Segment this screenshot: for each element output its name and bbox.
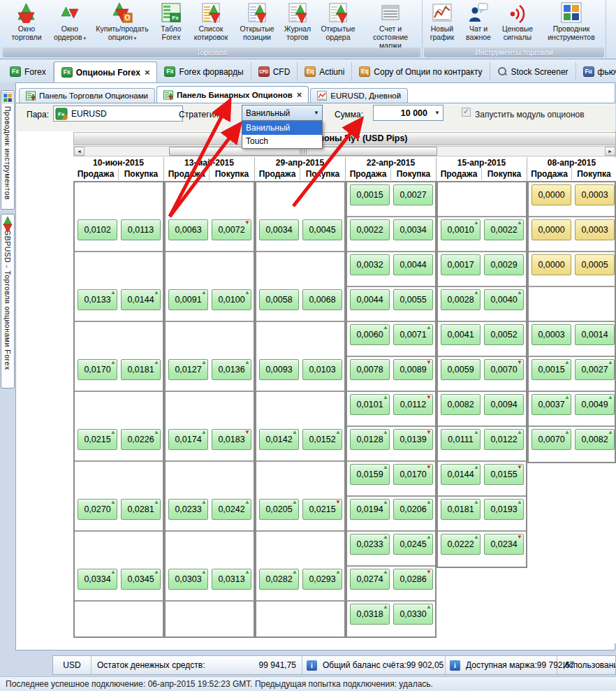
buy-quote-button[interactable]: 0,0215▼ [302, 499, 342, 520]
buy-quote-button[interactable]: 0,0055 [393, 289, 433, 310]
sell-quote-button[interactable]: 0,0003 [531, 324, 571, 345]
buy-quote-button[interactable]: 0,0281▲ [121, 499, 161, 520]
chevron-down-icon[interactable]: ▼ [432, 110, 443, 116]
sell-quote-button[interactable]: 0,0000 [531, 219, 571, 240]
sell-quote-button[interactable]: 0,0000 [531, 254, 571, 275]
sell-quote-button[interactable]: 0,0282▲ [259, 569, 299, 590]
sell-quote-button[interactable]: 0,0041 [441, 324, 481, 345]
buy-quote-button[interactable]: 0,0045 [302, 219, 342, 240]
sidebar-tab-gbpusd-options[interactable]: GBPUSD - Торговля опционами Forex [1, 214, 15, 388]
ribbon-button-instruments-explorer[interactable]: Проводник инструментов [539, 1, 603, 46]
sell-quote-button[interactable]: 0,0028▲ [441, 289, 481, 310]
buy-quote-button[interactable]: 0,0181▲ [121, 359, 161, 380]
buy-quote-button[interactable]: 0,0345▲ [121, 569, 161, 590]
sell-quote-button[interactable]: 0,0303▲ [168, 569, 208, 590]
scroll-right-icon[interactable]: ► [605, 147, 615, 156]
buy-quote-button[interactable]: 0,0049▲ [575, 394, 615, 415]
sell-quote-button[interactable]: 0,0170▲ [78, 359, 117, 380]
strategy-dropdown[interactable]: Ванильный ▼ [242, 105, 323, 121]
sell-quote-button[interactable]: 0,0010▲ [441, 219, 481, 240]
buy-quote-button[interactable]: 0,0136▲ [212, 359, 251, 380]
buy-quote-button[interactable]: 0,0183▼ [212, 429, 251, 450]
sell-quote-button[interactable]: 0,0017 [441, 254, 481, 275]
sell-quote-button[interactable]: 0,0000 [531, 184, 571, 205]
sell-quote-button[interactable]: 0,0215▲ [78, 429, 117, 450]
pair-input[interactable]: Fx EURUSD [53, 106, 183, 122]
sell-quote-button[interactable]: 0,0133▲ [78, 289, 117, 310]
workspace-tab-stock-screener[interactable]: Stock Screener [490, 62, 576, 81]
sell-quote-button[interactable]: 0,0070▲ [531, 429, 571, 450]
sell-quote-button[interactable]: 0,0128▲ [350, 429, 390, 450]
sell-quote-button[interactable]: 0,0142▲ [259, 429, 299, 450]
sell-quote-button[interactable]: 0,0159▲ [350, 464, 390, 485]
info-icon[interactable]: i [307, 660, 317, 671]
chevron-down-icon[interactable]: ▼ [311, 110, 322, 116]
ribbon-button-price-signals[interactable]: Ценовые сигналы [497, 1, 538, 46]
buy-quote-button[interactable]: 0,0242▲ [212, 499, 251, 520]
sell-quote-button[interactable]: 0,0022 [350, 219, 390, 240]
sell-quote-button[interactable]: 0,0102 [78, 219, 117, 240]
sell-quote-button[interactable]: 0,0058 [259, 289, 299, 310]
buy-quote-button[interactable]: 0,0234▼ [484, 534, 524, 555]
buy-quote-button[interactable]: 0,0094 [484, 394, 524, 415]
sell-quote-button[interactable]: 0,0082 [441, 394, 481, 415]
ribbon-button-forex-board[interactable]: FxТабло Forex [156, 1, 186, 46]
panel-tab-eurusd-daily-chart[interactable]: EURUSD, Дневной [310, 88, 408, 103]
buy-quote-button[interactable]: 0,0044 [393, 254, 433, 275]
workspace-tab-actiuni[interactable]: EqActiuni [298, 62, 352, 81]
sell-quote-button[interactable]: 0,0060▲ [350, 324, 390, 345]
buy-quote-button[interactable]: 0,0330▲ [393, 604, 433, 625]
buy-quote-button[interactable]: 0,0052 [484, 324, 524, 345]
ribbon-button-quotes-list[interactable]: Список котировок [188, 1, 234, 46]
amount-dropdown[interactable]: 10 000 ▼ [373, 105, 443, 121]
workspace-tab-copy-of-опции-по-контракту[interactable]: EqCopy of Опции по контракту [352, 62, 490, 81]
ribbon-button-open-positions[interactable]: Открытые позиции [235, 1, 279, 46]
sell-quote-button[interactable]: 0,0101▲ [350, 394, 390, 415]
sell-quote-button[interactable]: 0,0174▲ [168, 429, 208, 450]
buy-quote-button[interactable]: 0,0082▲ [575, 429, 615, 450]
buy-quote-button[interactable]: 0,0027▲ [575, 359, 615, 380]
sell-quote-button[interactable]: 0,0093 [259, 359, 299, 380]
buy-quote-button[interactable]: 0,0003 [575, 219, 615, 240]
buy-quote-button[interactable]: 0,0313▲ [212, 569, 251, 590]
buy-quote-button[interactable]: 0,0286▼ [393, 569, 433, 590]
buy-quote-button[interactable]: 0,0029 [484, 254, 524, 275]
buy-quote-button[interactable]: 0,0003 [575, 184, 615, 205]
buy-quote-button[interactable]: 0,0034 [393, 219, 433, 240]
panel-tab-binary-options[interactable]: Панель Бинарных Опционов× [156, 86, 309, 103]
buy-quote-button[interactable]: 0,0122▲ [484, 429, 524, 450]
sell-quote-button[interactable]: 0,0233▲ [168, 499, 208, 520]
buy-quote-button[interactable]: 0,0100▲ [212, 289, 251, 310]
buy-quote-button[interactable]: 0,0014 [575, 324, 615, 345]
sell-quote-button[interactable]: 0,0015▲ [531, 359, 571, 380]
sell-quote-button[interactable]: 0,0205▲ [259, 499, 299, 520]
sell-quote-button[interactable]: 0,0091▲ [168, 289, 208, 310]
workspace-tab-cfd[interactable]: CFDCFD [251, 62, 298, 81]
sell-quote-button[interactable]: 0,0044 [350, 289, 390, 310]
sell-quote-button[interactable]: 0,0194▲ [350, 499, 390, 520]
workspace-tab-forex[interactable]: FxForex [3, 62, 54, 81]
sell-quote-button[interactable]: 0,0334▲ [78, 569, 117, 590]
buy-quote-button[interactable]: 0,0103 [302, 359, 342, 380]
close-icon[interactable]: × [297, 91, 302, 99]
scroll-left-icon[interactable]: ◄ [74, 147, 85, 156]
buy-quote-button[interactable]: 0,0152▲ [302, 429, 342, 450]
buy-quote-button[interactable]: 0,0293▲ [302, 569, 342, 590]
sell-quote-button[interactable]: 0,0111▲ [441, 429, 481, 450]
strategy-option-ванильный[interactable]: Ванильный [242, 122, 322, 135]
buy-quote-button[interactable]: 0,0170▼ [393, 464, 433, 485]
ribbon-button-new-chart[interactable]: Новый график [425, 1, 460, 46]
sell-quote-button[interactable]: 0,0034 [259, 219, 299, 240]
sell-quote-button[interactable]: 0,0274▲ [350, 569, 390, 590]
buy-quote-button[interactable]: 0,0068 [302, 289, 342, 310]
sell-quote-button[interactable]: 0,0078 [350, 359, 390, 380]
sell-quote-button[interactable]: 0,0270▲ [78, 499, 117, 520]
buy-quote-button[interactable]: 0,0071▲ [393, 324, 433, 345]
ribbon-button-buy-sell-option[interactable]: OКупить/продать опцион ▾ [90, 1, 154, 46]
buy-quote-button[interactable]: 0,0113 [121, 219, 161, 240]
buy-quote-button[interactable]: 0,0139▼ [393, 429, 433, 450]
close-icon[interactable]: × [145, 68, 150, 77]
sell-quote-button[interactable]: 0,0144▲ [441, 464, 481, 485]
sidebar-tab-instruments-explorer[interactable]: Проводник инструментов [1, 90, 15, 210]
buy-quote-button[interactable]: 0,0070▼ [484, 359, 524, 380]
